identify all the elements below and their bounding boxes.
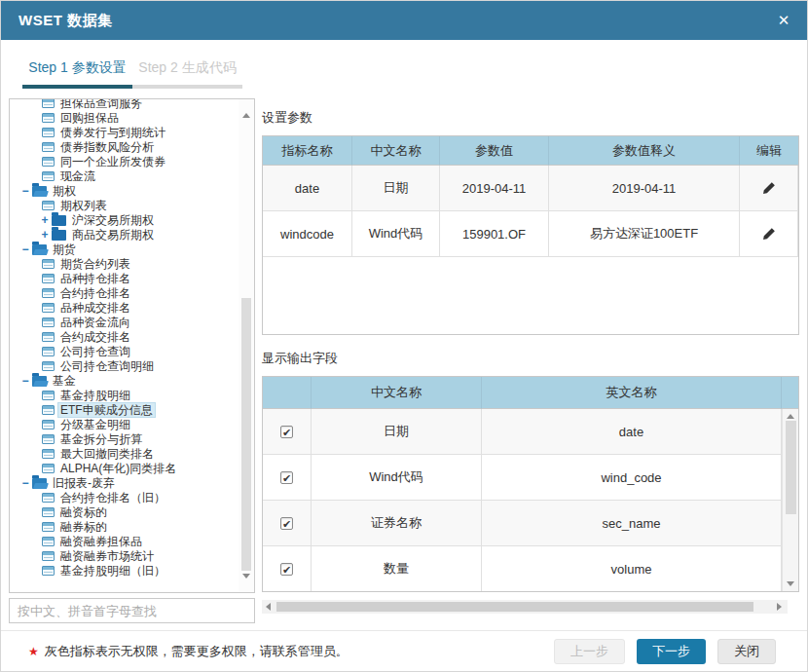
red-star-icon: ★ (28, 645, 39, 658)
tree-item[interactable]: 分级基金明细 (10, 417, 238, 431)
tree-item[interactable]: 期货合约列表 (10, 256, 238, 271)
checkbox-checked-icon[interactable]: ✔ (280, 517, 293, 530)
tree-item[interactable]: 最大回撤同类排名 (10, 446, 238, 461)
tab-step2-codegen[interactable]: Step 2 生成代码 (132, 59, 242, 97)
collapse-toggle-icon[interactable]: − (18, 476, 32, 490)
collapse-toggle-icon[interactable]: − (18, 243, 32, 256)
fields-column-header: 中文名称 (312, 377, 482, 409)
tree-item[interactable]: 同一个企业所发债券 (10, 154, 238, 168)
tree-item-label: 现金流 (58, 169, 97, 183)
checkbox-checked-icon[interactable]: ✔ (280, 471, 293, 484)
tree-item[interactable]: 融资融券市场统计 (10, 548, 238, 563)
close-button[interactable]: 关闭 (717, 639, 776, 664)
tab-step1-params[interactable]: Step 1 参数设置 (22, 59, 132, 97)
scroll-left-icon[interactable] (266, 603, 271, 611)
table-leaf-icon (42, 157, 55, 167)
tree-item[interactable]: −旧报表-废弃 (10, 475, 238, 490)
field-checkbox-cell: ✔ (263, 409, 312, 455)
tree-item[interactable]: 基金拆分与折算 (10, 431, 238, 446)
dialog-titlebar: WSET 数据集 ✕ (1, 1, 807, 40)
param-meaning-cell: 2019-04-11 (549, 166, 740, 211)
edit-pencil-icon[interactable] (762, 181, 776, 195)
tree-item[interactable]: +商品交易所期权 (10, 227, 238, 242)
expand-toggle-icon[interactable]: + (38, 228, 52, 242)
params-column-header: 中文名称 (352, 136, 440, 166)
tree-item[interactable]: 债券发行与到期统计 (10, 125, 238, 139)
prev-step-button[interactable]: 上一步 (554, 639, 625, 664)
param-value-cell: 159901.OF (440, 211, 549, 257)
field-cn-name-cell: 日期 (312, 409, 482, 455)
params-column-header: 参数值 (440, 136, 549, 166)
field-en-name-cell: date (482, 409, 782, 455)
param-cn-name-cell: Wind代码 (352, 211, 440, 257)
expand-toggle-icon[interactable]: + (38, 213, 52, 227)
tree-item-label: 期货合约列表 (58, 257, 132, 271)
tree-item[interactable]: ETF申赎成分信息 (10, 402, 238, 417)
tree-item[interactable]: 品种资金流向 (10, 315, 238, 329)
tree-item[interactable]: 债券指数风险分析 (10, 139, 238, 154)
table-leaf-icon (42, 434, 55, 444)
tree-item-label: 基金拆分与折算 (58, 432, 144, 446)
tree-scrollbar[interactable] (239, 99, 254, 592)
field-row: ✔证券名称sec_name (263, 501, 798, 546)
tree-item[interactable]: −基金 (10, 373, 238, 388)
checkbox-checked-icon[interactable]: ✔ (280, 563, 293, 576)
horizontal-scrollbar[interactable] (262, 600, 788, 614)
tree-search-input[interactable] (9, 598, 255, 623)
tree-item[interactable]: ALPHA(年化)同类排名 (10, 461, 238, 475)
fields-column-header (263, 377, 312, 409)
table-leaf-icon (42, 537, 55, 546)
tree-item[interactable]: 基金持股明细 (10, 388, 238, 402)
tree-item[interactable]: 基金持股明细（旧） (10, 563, 238, 578)
tree-item[interactable]: 融券标的 (10, 519, 238, 534)
collapse-toggle-icon[interactable]: − (18, 374, 32, 388)
param-edit-cell (740, 211, 798, 257)
tree-item[interactable]: 融资标的 (10, 504, 238, 519)
close-icon[interactable]: ✕ (772, 9, 795, 32)
tree-item[interactable]: +沪深交易所期权 (10, 212, 238, 227)
param-meaning-cell: 易方达深证100ETF (549, 211, 740, 257)
collapse-toggle-icon[interactable]: − (18, 184, 32, 198)
field-en-name-cell: wind_code (482, 455, 782, 501)
tree-item[interactable]: 融资融券担保品 (10, 534, 238, 548)
scroll-up-icon[interactable] (242, 113, 250, 118)
tree-item-label: 融资标的 (58, 505, 109, 519)
table-leaf-icon (42, 171, 55, 181)
params-column-header: 指标名称 (263, 136, 352, 166)
tree-item[interactable]: 公司持仓查询 (10, 344, 238, 358)
table-leaf-icon (42, 303, 55, 313)
tree-item[interactable]: 合约持仓排名（旧） (10, 490, 238, 504)
scroll-down-icon[interactable] (787, 581, 794, 586)
scroll-down-icon[interactable] (242, 574, 250, 579)
fields-table-header: 中文名称英文名称 (263, 377, 798, 409)
scroll-up-icon[interactable] (787, 414, 794, 419)
tree-item[interactable]: 现金流 (10, 168, 238, 183)
horizontal-scrollbar-thumb[interactable] (276, 602, 753, 612)
tree-item[interactable]: 回购担保品 (10, 110, 238, 125)
tree-item[interactable]: 合约成交排名 (10, 329, 238, 344)
table-leaf-icon (42, 142, 55, 152)
tree-scrollbar-thumb[interactable] (241, 298, 251, 571)
tab-step1-underline (22, 85, 132, 89)
next-step-button[interactable]: 下一步 (637, 639, 706, 664)
field-checkbox-cell: ✔ (263, 501, 312, 546)
table-leaf-icon (42, 259, 55, 269)
fields-scrollbar-thumb[interactable] (786, 421, 796, 514)
tree-item-label: 融资融券市场统计 (58, 549, 156, 563)
tree-item[interactable]: 品种成交排名 (10, 300, 238, 315)
edit-pencil-icon[interactable] (762, 227, 776, 241)
tree-item[interactable]: −期货 (10, 242, 238, 256)
tree-item[interactable]: 品种持仓排名 (10, 271, 238, 285)
params-table-body: date日期2019-04-112019-04-11windcodeWind代码… (263, 166, 798, 257)
tree-item[interactable]: 合约持仓排名 (10, 285, 238, 300)
tree-item[interactable]: 公司持仓查询明细 (10, 358, 238, 373)
tree-item[interactable]: 期权列表 (10, 198, 238, 212)
tree-item[interactable]: 担保品查询服务 (10, 98, 238, 110)
fields-scrollbar[interactable] (782, 409, 798, 591)
tree-item-label: ETF申赎成分信息 (58, 403, 155, 417)
wset-dataset-dialog: WSET 数据集 ✕ Step 1 参数设置 Step 2 生成代码 担保品查询… (0, 0, 808, 672)
tab-step2-label: Step 2 生成代码 (138, 59, 236, 75)
tree-item[interactable]: −期权 (10, 183, 238, 198)
checkbox-checked-icon[interactable]: ✔ (280, 426, 293, 438)
scroll-right-icon[interactable] (777, 603, 782, 611)
